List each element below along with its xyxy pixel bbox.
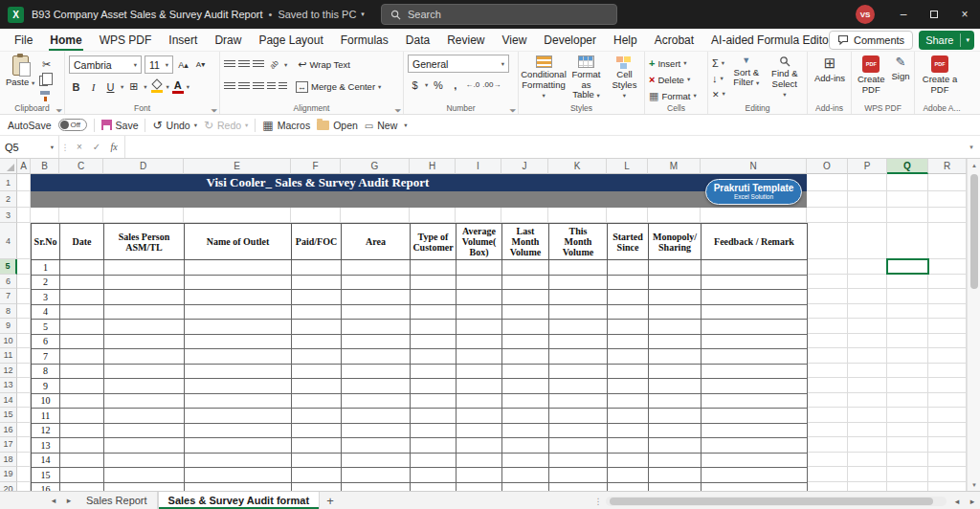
table-cell[interactable]	[457, 276, 502, 291]
table-cell[interactable]	[502, 409, 549, 424]
table-cell[interactable]	[104, 349, 185, 365]
adobe-create-pdf-button[interactable]: Create a PDF	[919, 55, 961, 96]
table-cell[interactable]	[608, 260, 649, 276]
formula-bar-expand-chevron-icon[interactable]: ▾	[963, 136, 980, 158]
search-box[interactable]: Search	[381, 4, 617, 25]
row-header-15[interactable]: 15	[0, 408, 17, 423]
table-cell[interactable]	[342, 335, 411, 350]
table-cell[interactable]	[292, 409, 342, 424]
table-cell[interactable]	[549, 290, 608, 305]
create-pdf-button[interactable]: Create PDF	[856, 55, 887, 101]
table-cell[interactable]	[60, 379, 104, 394]
open-button[interactable]: Open	[317, 120, 358, 131]
table-cell[interactable]	[342, 483, 411, 492]
table-cell[interactable]	[502, 454, 549, 469]
name-box[interactable]: Q5▾	[0, 136, 59, 158]
find-select-button[interactable]: Find & Select ▾	[768, 55, 802, 101]
maximize-button[interactable]	[919, 0, 949, 29]
align-top-icon[interactable]	[224, 60, 235, 69]
accounting-format-button[interactable]	[408, 77, 422, 93]
table-cell[interactable]	[702, 409, 808, 424]
table-cell[interactable]	[185, 276, 292, 291]
table-cell[interactable]	[549, 260, 608, 276]
ribbon-tab-view[interactable]: View	[494, 29, 536, 51]
table-cell[interactable]	[342, 320, 411, 335]
table-cell[interactable]	[185, 290, 292, 305]
table-cell[interactable]	[104, 305, 185, 321]
table-cell[interactable]	[60, 349, 104, 365]
table-cell[interactable]	[649, 409, 702, 424]
bold-button[interactable]	[69, 79, 83, 95]
table-cell[interactable]: 8	[32, 365, 60, 380]
table-cell[interactable]	[649, 483, 702, 492]
format-cells-button[interactable]: Format▾	[649, 88, 704, 103]
table-cell[interactable]	[411, 483, 457, 492]
table-cell[interactable]	[104, 409, 185, 424]
table-cell[interactable]	[104, 290, 185, 305]
table-cell[interactable]	[292, 365, 342, 380]
table-cell[interactable]: 13	[32, 438, 60, 454]
ribbon-tab-review[interactable]: Review	[438, 29, 493, 51]
table-cell[interactable]: 16	[32, 483, 60, 492]
table-cell[interactable]	[649, 260, 702, 276]
table-cell[interactable]	[104, 424, 185, 439]
table-cell[interactable]	[702, 335, 808, 350]
addins-button[interactable]: Add-ins	[812, 55, 848, 84]
qat-overflow-chevron-icon[interactable]: ▾	[404, 122, 407, 129]
table-cell[interactable]	[608, 454, 649, 469]
table-cell[interactable]	[104, 335, 185, 350]
decrease-decimal-button[interactable]	[482, 77, 501, 93]
sign-button[interactable]: Sign	[890, 55, 912, 101]
table-cell[interactable]	[608, 483, 649, 492]
table-cell[interactable]	[342, 276, 411, 291]
table-cell[interactable]	[649, 305, 702, 321]
header-average-volume[interactable]: Average Volume( Box)	[457, 224, 502, 260]
header-started-since[interactable]: Started Since	[608, 224, 649, 260]
undo-button[interactable]: Undo▾	[152, 119, 196, 132]
vertical-scroll-thumb[interactable]	[970, 174, 978, 289]
scroll-up-icon[interactable]: ▲	[968, 159, 980, 171]
font-name-select[interactable]: Cambria▾	[69, 55, 142, 74]
table-cell[interactable]	[185, 349, 292, 365]
shrink-font-button[interactable]	[193, 57, 208, 73]
table-cell[interactable]	[457, 335, 502, 350]
table-cell[interactable]	[502, 379, 549, 394]
table-cell[interactable]	[411, 454, 457, 469]
percent-style-button[interactable]	[431, 77, 445, 93]
ribbon-tab-file[interactable]: File	[6, 29, 41, 51]
sheet-tab-sales-report[interactable]: Sales Report	[77, 492, 158, 509]
table-cell[interactable]	[411, 468, 457, 483]
scroll-down-icon[interactable]: ▼	[968, 478, 980, 491]
table-cell[interactable]	[292, 290, 342, 305]
save-button[interactable]: Save	[101, 120, 139, 131]
table-cell[interactable]	[649, 365, 702, 380]
table-cell[interactable]	[60, 424, 104, 439]
table-cell[interactable]	[457, 379, 502, 394]
table-cell[interactable]	[411, 349, 457, 365]
table-cell[interactable]	[60, 454, 104, 469]
cancel-entry-icon[interactable]: ×	[71, 136, 88, 158]
table-cell[interactable]	[411, 335, 457, 350]
table-cell[interactable]	[104, 320, 185, 335]
grow-font-button[interactable]	[176, 57, 190, 73]
saved-status[interactable]: Saved to this PC	[278, 9, 356, 20]
table-cell[interactable]	[411, 409, 457, 424]
column-header-E[interactable]: E	[184, 159, 291, 174]
table-cell[interactable]: 6	[32, 335, 60, 350]
column-header-B[interactable]: B	[31, 159, 59, 174]
table-cell[interactable]	[457, 438, 502, 454]
column-header-R[interactable]: R	[928, 159, 967, 174]
excel-logo-icon[interactable]: X	[8, 7, 24, 23]
autosum-button[interactable]: ▾	[712, 55, 725, 70]
table-cell[interactable]	[457, 290, 502, 305]
column-header-L[interactable]: L	[607, 159, 648, 174]
table-cell[interactable]	[608, 335, 649, 350]
table-cell[interactable]	[457, 454, 502, 469]
table-cell[interactable]	[185, 438, 292, 454]
table-cell[interactable]	[549, 394, 608, 409]
table-cell[interactable]: 1	[32, 260, 60, 276]
clear-button[interactable]: ▾	[712, 87, 725, 101]
table-cell[interactable]	[60, 438, 104, 454]
sheet-tab-audit-format[interactable]: Sales & Survey Audit format	[158, 492, 321, 509]
table-cell[interactable]	[702, 349, 808, 365]
